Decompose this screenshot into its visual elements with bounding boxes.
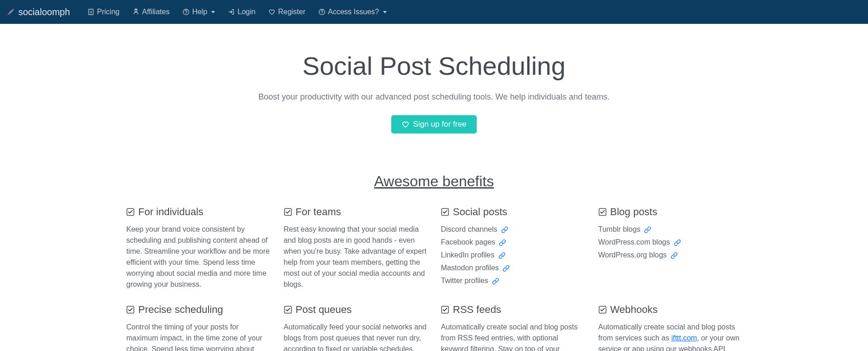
benefit-title: Blog posts (610, 204, 658, 219)
list-item-label: WordPress.com blogs (598, 237, 670, 248)
benefit-body: Keep your brand voice consistent by sche… (126, 224, 270, 290)
link-icon[interactable] (492, 275, 499, 286)
list-item-label: Mastodon profiles (441, 262, 499, 273)
help-icon (182, 8, 190, 16)
nav-login[interactable]: Login (222, 5, 261, 19)
list-item-label: Tumblr blogs (598, 224, 641, 235)
benefit-body: Automatically feed your social networks … (284, 322, 428, 351)
benefit-teams: For teams Rest easy knowing that your so… (284, 204, 428, 290)
sign-up-button[interactable]: Sign up for free (391, 115, 476, 134)
nav-pricing-label: Pricing (97, 6, 119, 17)
login-icon (228, 8, 235, 16)
benefits-grid: For individuals Keep your brand voice co… (117, 204, 751, 351)
brand-text: socialoomph (18, 5, 70, 19)
link-icon[interactable] (674, 237, 681, 248)
list-item: Tumblr blogs (598, 224, 742, 235)
heart-icon (401, 120, 410, 128)
list-item-label: Discord channels (441, 224, 497, 235)
checkbox-icon (126, 208, 135, 216)
list-item: Discord channels (441, 224, 585, 235)
nav-access-label: Access Issues? (328, 6, 379, 17)
benefit-webhooks: Webhooks Automatically create social and… (598, 302, 742, 351)
link-icon[interactable] (644, 224, 651, 235)
benefit-post-queues: Post queues Automatically feed your soci… (284, 302, 428, 351)
nav-register-label: Register (278, 6, 305, 17)
benefit-body: Control the timing of your posts for max… (126, 322, 270, 351)
list-item: Twitter profiles (441, 275, 585, 286)
benefit-body: Automatically create social and blog pos… (598, 322, 742, 351)
link-icon[interactable] (499, 237, 506, 248)
list-item: WordPress.com blogs (598, 237, 742, 248)
benefit-body: Automatically create social and blog pos… (441, 322, 585, 351)
nav-register[interactable]: Register (263, 5, 311, 19)
checkbox-icon (441, 306, 449, 314)
blog-posts-list: Tumblr blogsWordPress.com blogsWordPress… (598, 224, 742, 261)
help-icon (318, 8, 326, 16)
benefit-title: Post queues (296, 302, 352, 317)
sign-up-label: Sign up for free (413, 120, 466, 129)
checkbox-icon (441, 208, 449, 216)
navbar: socialoomph Pricing Affiliates Help Logi… (0, 0, 868, 24)
nav-help-label: Help (192, 6, 207, 17)
list-item-label: LinkedIn profiles (441, 250, 495, 261)
feather-icon (6, 7, 16, 17)
dollar-icon (87, 8, 95, 16)
list-item: Facebook pages (441, 237, 585, 248)
chevron-down-icon (383, 11, 387, 13)
benefit-individuals: For individuals Keep your brand voice co… (126, 204, 270, 290)
benefit-blog-posts: Blog posts Tumblr blogsWordPress.com blo… (598, 204, 742, 290)
hero: Social Post Scheduling Boost your produc… (0, 24, 868, 152)
list-item-label: WordPress.org blogs (598, 250, 667, 261)
chevron-down-icon (211, 11, 215, 13)
benefit-title: Precise scheduling (138, 302, 223, 317)
ifttt-link[interactable]: ifttt.com (671, 334, 697, 342)
benefit-social-posts: Social posts Discord channelsFacebook pa… (441, 204, 585, 290)
brand-link[interactable]: socialoomph (6, 5, 70, 19)
link-icon[interactable] (502, 262, 510, 273)
checkbox-icon (284, 306, 292, 314)
benefits-heading: Awesome benefits (0, 170, 868, 192)
nav-affiliates[interactable]: Affiliates (127, 5, 175, 19)
social-posts-list: Discord channelsFacebook pagesLinkedIn p… (441, 224, 585, 286)
heart-icon (268, 8, 276, 16)
link-icon[interactable] (498, 250, 506, 261)
benefit-title: For teams (296, 204, 341, 219)
list-item: LinkedIn profiles (441, 250, 585, 261)
nav-help[interactable]: Help (177, 5, 220, 19)
checkbox-icon (598, 208, 607, 216)
benefit-title: RSS feeds (453, 302, 501, 317)
list-item: Mastodon profiles (441, 262, 585, 273)
list-item-label: Facebook pages (441, 237, 495, 248)
benefit-body: Rest easy knowing that your social media… (284, 224, 428, 290)
nav-affiliates-label: Affiliates (142, 6, 169, 17)
benefit-precise-scheduling: Precise scheduling Control the timing of… (126, 302, 270, 351)
affiliate-icon (132, 8, 140, 16)
hero-title: Social Post Scheduling (9, 47, 859, 85)
checkbox-icon (598, 306, 607, 314)
list-item-label: Twitter profiles (441, 275, 488, 286)
benefit-title: Social posts (453, 204, 507, 219)
list-item: WordPress.org blogs (598, 250, 742, 261)
hero-subtitle: Boost your productivity with our advance… (9, 91, 859, 103)
benefit-title: For individuals (138, 204, 203, 219)
nav-pricing[interactable]: Pricing (82, 5, 125, 19)
nav-access-issues[interactable]: Access Issues? (313, 5, 392, 19)
link-icon[interactable] (671, 250, 678, 261)
benefit-rss-feeds: RSS feeds Automatically create social an… (441, 302, 585, 351)
checkbox-icon (284, 208, 292, 216)
checkbox-icon (126, 306, 135, 314)
benefit-title: Webhooks (610, 302, 658, 317)
link-icon[interactable] (501, 224, 508, 235)
nav-login-label: Login (237, 6, 255, 17)
